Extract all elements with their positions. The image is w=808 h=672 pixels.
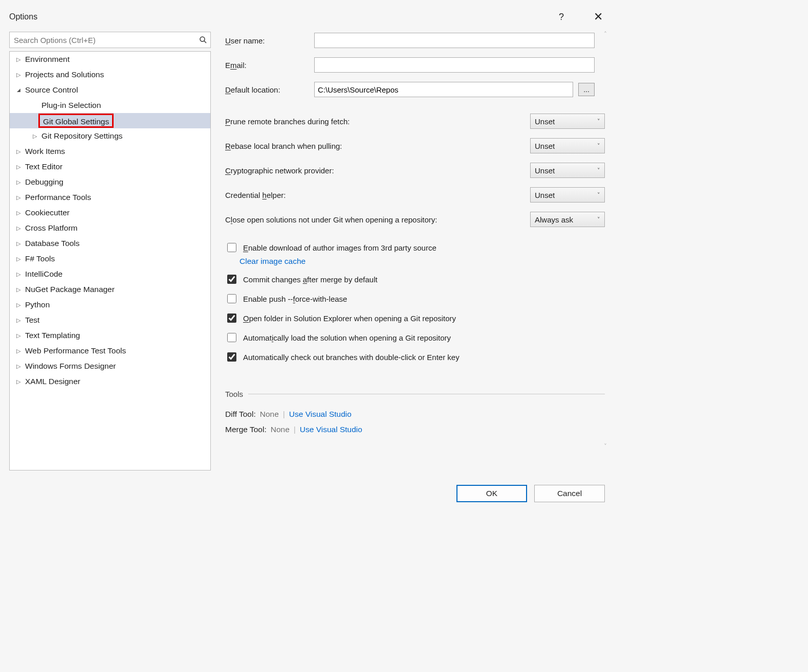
tree-item-label: Debugging	[25, 177, 63, 187]
scroll-up-icon[interactable]: ˄	[604, 31, 607, 38]
open-folder-checkbox[interactable]	[227, 313, 236, 323]
arrow-right-icon: ▷	[15, 363, 22, 370]
enable-author-images-checkbox[interactable]	[227, 243, 236, 252]
tree-item[interactable]: ▷NuGet Package Manager	[10, 282, 210, 297]
chevron-down-icon: ˅	[597, 143, 600, 149]
tree-item[interactable]: ▷Git Global Settings	[10, 113, 210, 128]
cancel-button[interactable]: Cancel	[534, 485, 605, 502]
diff-use-vs-link[interactable]: Use Visual Studio	[289, 410, 352, 419]
arrow-right-icon: ▷	[15, 194, 22, 201]
arrow-right-icon: ▷	[15, 332, 22, 339]
window-controls: ? ✕	[559, 11, 603, 23]
tree-item[interactable]: ▷Projects and Solutions	[10, 67, 210, 82]
tree-item[interactable]: ▷IntelliCode	[10, 266, 210, 282]
tree-item[interactable]: ▷Python	[10, 297, 210, 312]
arrow-right-icon: ▷	[15, 271, 22, 278]
enable-author-images-label: Enable download of author images from 3r…	[243, 243, 436, 252]
arrow-right-icon: ▷	[15, 148, 22, 155]
rebase-label: Rebase local branch when pulling:	[225, 142, 530, 150]
autoload-solution-checkbox[interactable]	[227, 333, 236, 342]
search-icon	[196, 36, 210, 44]
push-force-label: Enable push --force-with-lease	[243, 295, 347, 303]
commit-after-merge-label: Commit changes after merge by default	[243, 275, 378, 284]
tree-item-label: Plug-in Selection	[41, 101, 101, 110]
arrow-down-icon: ◢	[15, 87, 22, 93]
tree-item[interactable]: ▷Database Tools	[10, 236, 210, 251]
auto-checkout-label: Automatically check out branches with do…	[243, 353, 460, 362]
email-label: Email:	[225, 61, 314, 70]
chevron-down-icon: ˅	[597, 118, 600, 125]
credhelper-select[interactable]: Unset˅	[530, 187, 605, 203]
tree-item[interactable]: ▷F# Tools	[10, 251, 210, 266]
arrow-right-icon: ▷	[15, 286, 22, 293]
username-input[interactable]	[314, 33, 595, 48]
tree-item[interactable]: ▷Cross Platform	[10, 220, 210, 236]
tree-item[interactable]: ▷Git Repository Settings	[10, 128, 210, 144]
tree-item[interactable]: ▷Text Templating	[10, 328, 210, 343]
search-input[interactable]	[10, 32, 196, 48]
tree-item-label: Text Templating	[25, 331, 80, 340]
crypto-select[interactable]: Unset˅	[530, 163, 605, 178]
username-label: User name:	[225, 36, 314, 45]
svg-line-1	[204, 41, 206, 43]
tree-item[interactable]: ▷Environment	[10, 52, 210, 67]
tree-item[interactable]: ▷Cookiecutter	[10, 205, 210, 220]
merge-use-vs-link[interactable]: Use Visual Studio	[300, 425, 362, 434]
arrow-right-icon: ▷	[15, 56, 22, 63]
tree-item-label: IntelliCode	[25, 270, 62, 279]
tree-item[interactable]: ▷Text Editor	[10, 159, 210, 174]
tree-item-label: Windows Forms Designer	[25, 362, 116, 371]
search-box[interactable]	[9, 32, 211, 48]
tree-item[interactable]: ▷Work Items	[10, 144, 210, 159]
tree-item-label: Performance Tools	[25, 193, 91, 202]
diff-tool-label: Diff Tool:	[225, 410, 256, 419]
autoload-solution-label: Automatically load the solution when ope…	[243, 333, 451, 342]
tree-item-label: F# Tools	[25, 254, 55, 263]
tree-item-label: Text Editor	[25, 162, 62, 171]
rebase-select[interactable]: Unset˅	[530, 138, 605, 153]
push-force-checkbox[interactable]	[227, 294, 236, 303]
closesol-select[interactable]: Always ask˅	[530, 212, 605, 227]
tree-item-label: Work Items	[25, 147, 65, 156]
clear-image-cache-link[interactable]: Clear image cache	[239, 257, 305, 265]
credhelper-label: Credential helper:	[225, 191, 530, 199]
tree-item[interactable]: ▷Web Performance Test Tools	[10, 343, 210, 359]
tree-item[interactable]: ▷Performance Tools	[10, 190, 210, 205]
arrow-right-icon: ▷	[15, 179, 22, 186]
diff-tool-value: None	[260, 410, 279, 419]
browse-button[interactable]: ...	[578, 83, 595, 96]
auto-checkout-checkbox[interactable]	[227, 352, 236, 362]
arrow-right-icon: ▷	[31, 133, 38, 140]
close-button[interactable]: ✕	[594, 11, 603, 23]
closesol-label: Close open solutions not under Git when …	[225, 215, 530, 224]
prune-select[interactable]: Unset˅	[530, 114, 605, 129]
tree-item[interactable]: ▷XAML Designer	[10, 374, 210, 389]
tree-item-label: Environment	[25, 55, 70, 64]
tree-item-label: Cookiecutter	[25, 208, 70, 217]
arrow-right-icon: ▷	[15, 302, 22, 308]
tree-item-label: NuGet Package Manager	[25, 285, 115, 294]
commit-after-merge-checkbox[interactable]	[227, 275, 236, 284]
tree-item[interactable]: ▷Test	[10, 312, 210, 328]
options-tree[interactable]: ▷Environment▷Projects and Solutions◢Sour…	[9, 51, 211, 471]
tree-item[interactable]: ◢Source Control	[10, 82, 210, 98]
options-dialog: Options ? ✕ ▷Environment▷Projects and So…	[0, 0, 614, 511]
merge-tool-value: None	[271, 425, 290, 434]
location-input[interactable]	[314, 82, 573, 97]
tree-item-label: Projects and Solutions	[25, 70, 104, 79]
tree-item[interactable]: ▷Debugging	[10, 174, 210, 190]
email-input[interactable]	[314, 57, 595, 73]
scroll-down-icon[interactable]: ˅	[604, 443, 607, 450]
merge-tool-label: Merge Tool:	[225, 425, 267, 434]
tree-item[interactable]: ▷Plug-in Selection	[10, 98, 210, 113]
tree-item[interactable]: ▷Windows Forms Designer	[10, 359, 210, 374]
arrow-right-icon: ▷	[15, 210, 22, 216]
ok-button[interactable]: OK	[456, 485, 527, 502]
help-button[interactable]: ?	[559, 12, 564, 23]
arrow-right-icon: ▷	[15, 164, 22, 170]
arrow-right-icon: ▷	[15, 378, 22, 385]
dialog-title: Options	[9, 12, 37, 21]
tree-item-label: Database Tools	[25, 239, 80, 248]
arrow-right-icon: ▷	[15, 72, 22, 78]
tree-item-label: Source Control	[25, 85, 78, 95]
